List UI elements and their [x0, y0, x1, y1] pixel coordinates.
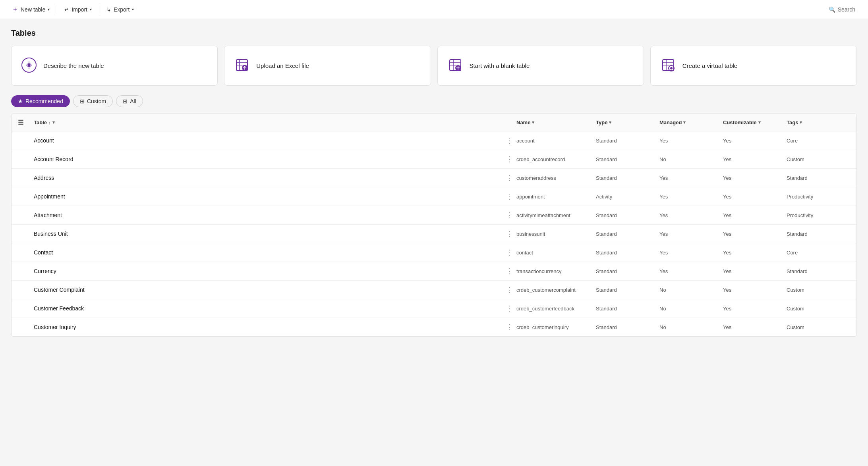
- row-more-options-3[interactable]: ⋮: [506, 192, 516, 201]
- col-managed-label: Managed: [659, 119, 682, 125]
- row-name-8: crdeb_customercomplaint: [516, 287, 596, 293]
- chevron-col-tags: ▾: [800, 120, 802, 125]
- table-row[interactable]: Customer Inquiry ⋮ crdeb_customerinquiry…: [12, 318, 856, 336]
- row-name-5: businessunit: [516, 231, 596, 237]
- row-managed-7: Yes: [659, 268, 723, 274]
- row-type-0: Standard: [596, 138, 659, 144]
- row-tags-2: Standard: [787, 175, 850, 181]
- table-row[interactable]: Address ⋮ customeraddress Standard Yes Y…: [12, 169, 856, 187]
- import-button[interactable]: ↵ Import ▾: [60, 4, 96, 15]
- row-more-options-4[interactable]: ⋮: [506, 211, 516, 220]
- table-row[interactable]: Customer Complaint ⋮ crdeb_customercompl…: [12, 281, 856, 299]
- row-table-name-6: Contact: [34, 249, 53, 256]
- col-name[interactable]: Name ▾: [516, 119, 596, 125]
- filter-label-all: All: [130, 98, 136, 104]
- table-row[interactable]: Appointment ⋮ appointment Activity Yes Y…: [12, 187, 856, 206]
- card-label-upload: Upload an Excel file: [256, 62, 309, 69]
- row-type-5: Standard: [596, 231, 659, 237]
- row-type-9: Standard: [596, 306, 659, 312]
- chevron-col-name: ▾: [532, 120, 534, 125]
- card-describe[interactable]: Describe the new table: [11, 46, 218, 86]
- card-label-blank: Start with a blank table: [470, 62, 530, 69]
- table-row[interactable]: Currency ⋮ transactioncurrency Standard …: [12, 262, 856, 281]
- row-managed-4: Yes: [659, 212, 723, 218]
- col-tags[interactable]: Tags ▾: [787, 119, 850, 125]
- table-row[interactable]: Account Record ⋮ crdeb_accountrecord Sta…: [12, 150, 856, 169]
- row-table-name-cell-0: Account ⋮: [34, 136, 516, 145]
- row-table-name-cell-5: Business Unit ⋮: [34, 229, 516, 238]
- list-view-icon[interactable]: ☰: [18, 119, 34, 126]
- row-more-options-7[interactable]: ⋮: [506, 267, 516, 275]
- table-row[interactable]: Contact ⋮ contact Standard Yes Yes Core: [12, 243, 856, 262]
- row-table-name-0: Account: [34, 137, 54, 144]
- row-table-name-5: Business Unit: [34, 231, 68, 237]
- export-button[interactable]: ↳ Export ▾: [102, 4, 138, 15]
- card-label-describe: Describe the new table: [43, 62, 104, 69]
- row-managed-6: Yes: [659, 250, 723, 256]
- table-row[interactable]: Attachment ⋮ activitymimeattachment Stan…: [12, 206, 856, 225]
- row-more-options-2[interactable]: ⋮: [506, 173, 516, 182]
- row-name-7: transactioncurrency: [516, 268, 596, 274]
- card-virtual[interactable]: Create a virtual table: [650, 46, 857, 86]
- table-row[interactable]: Account ⋮ account Standard Yes Yes Core: [12, 131, 856, 150]
- row-table-name-cell-3: Appointment ⋮: [34, 192, 516, 201]
- row-table-name-1: Account Record: [34, 156, 73, 162]
- filter-row: ★ Recommended⊞ Custom⊞ All: [11, 95, 857, 107]
- row-customizable-1: Yes: [723, 156, 787, 162]
- card-blank[interactable]: Start with a blank table: [437, 46, 644, 86]
- row-type-1: Standard: [596, 156, 659, 162]
- chevron-col-type: ▾: [609, 120, 611, 125]
- search-icon: 🔍: [829, 6, 835, 13]
- col-table[interactable]: Table ↑ ▾: [34, 119, 516, 125]
- virtual-icon: [660, 57, 676, 74]
- row-table-name-cell-2: Address ⋮: [34, 173, 516, 182]
- row-managed-3: Yes: [659, 194, 723, 200]
- filter-btn-custom[interactable]: ⊞ Custom: [73, 95, 113, 107]
- row-type-4: Standard: [596, 212, 659, 218]
- row-name-0: account: [516, 138, 596, 144]
- row-tags-9: Custom: [787, 306, 850, 312]
- row-tags-10: Custom: [787, 324, 850, 330]
- col-managed[interactable]: Managed ▾: [659, 119, 723, 125]
- card-upload[interactable]: Upload an Excel file: [224, 46, 431, 86]
- table-row[interactable]: Customer Feedback ⋮ crdeb_customerfeedba…: [12, 299, 856, 318]
- row-table-name-cell-7: Currency ⋮: [34, 267, 516, 275]
- chevron-col-managed: ▾: [683, 120, 686, 125]
- row-name-2: customeraddress: [516, 175, 596, 181]
- search-area[interactable]: 🔍 Search: [824, 4, 860, 15]
- row-name-1: crdeb_accountrecord: [516, 156, 596, 162]
- row-more-options-0[interactable]: ⋮: [506, 136, 516, 145]
- row-tags-6: Core: [787, 250, 850, 256]
- col-type[interactable]: Type ▾: [596, 119, 659, 125]
- new-table-button[interactable]: ＋ New table ▾: [8, 3, 54, 16]
- row-name-4: activitymimeattachment: [516, 212, 596, 218]
- ai-icon: [21, 57, 37, 74]
- export-label: Export: [114, 6, 130, 13]
- divider-1: [57, 6, 57, 13]
- divider-2: [99, 6, 99, 13]
- row-more-options-8[interactable]: ⋮: [506, 285, 516, 294]
- filter-btn-all[interactable]: ⊞ All: [116, 95, 143, 107]
- row-more-options-9[interactable]: ⋮: [506, 304, 516, 313]
- chevron-col-table: ▾: [52, 120, 55, 125]
- col-customizable[interactable]: Customizable ▾: [723, 119, 787, 125]
- row-managed-5: Yes: [659, 231, 723, 237]
- row-more-options-5[interactable]: ⋮: [506, 229, 516, 238]
- col-tags-label: Tags: [787, 119, 798, 125]
- row-name-3: appointment: [516, 194, 596, 200]
- table-row[interactable]: Business Unit ⋮ businessunit Standard Ye…: [12, 225, 856, 243]
- row-more-options-10[interactable]: ⋮: [506, 323, 516, 331]
- row-customizable-6: Yes: [723, 250, 787, 256]
- filter-btn-recommended[interactable]: ★ Recommended: [11, 95, 70, 107]
- all-icon: ⊞: [123, 98, 128, 104]
- row-name-9: crdeb_customerfeedback: [516, 306, 596, 312]
- row-more-options-1[interactable]: ⋮: [506, 155, 516, 164]
- row-tags-3: Productivity: [787, 194, 850, 200]
- row-type-3: Activity: [596, 194, 659, 200]
- excel-icon: [234, 57, 250, 74]
- row-more-options-6[interactable]: ⋮: [506, 248, 516, 257]
- custom-icon: ⊞: [80, 98, 85, 104]
- row-table-name-cell-8: Customer Complaint ⋮: [34, 285, 516, 294]
- row-customizable-0: Yes: [723, 138, 787, 144]
- recommended-icon: ★: [18, 98, 23, 104]
